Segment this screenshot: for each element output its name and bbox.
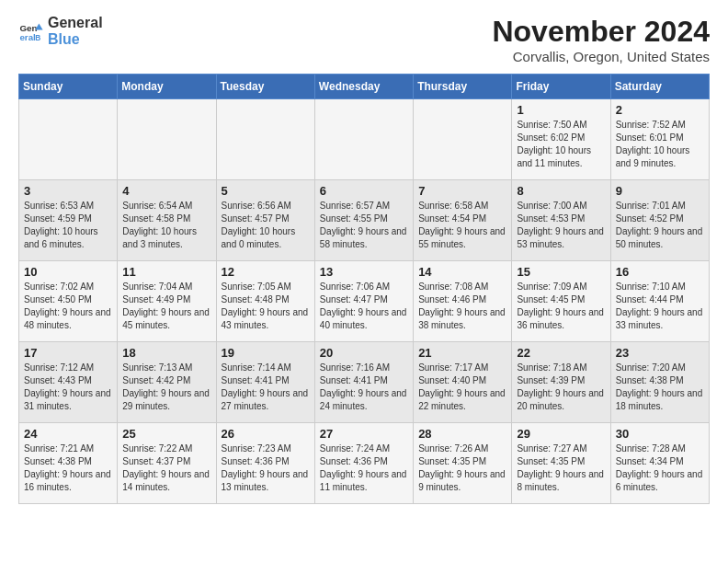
day-number: 2: [616, 103, 704, 117]
day-info: Sunrise: 7:12 AMSunset: 4:43 PMDaylight:…: [24, 362, 112, 413]
day-info: Sunrise: 7:06 AMSunset: 4:47 PMDaylight:…: [320, 281, 408, 332]
calendar-cell: 9Sunrise: 7:01 AMSunset: 4:52 PMDaylight…: [610, 180, 709, 261]
day-info: Sunrise: 6:58 AMSunset: 4:54 PMDaylight:…: [418, 200, 506, 251]
calendar-table: SundayMondayTuesdayWednesdayThursdayFrid…: [18, 74, 710, 504]
day-number: 21: [418, 346, 506, 360]
day-number: 1: [517, 103, 605, 117]
day-info: Sunrise: 6:57 AMSunset: 4:55 PMDaylight:…: [320, 200, 408, 251]
calendar-body: 1Sunrise: 7:50 AMSunset: 6:02 PMDaylight…: [19, 99, 710, 504]
day-info: Sunrise: 7:23 AMSunset: 4:36 PMDaylight:…: [222, 442, 310, 494]
calendar-cell: 22Sunrise: 7:18 AMSunset: 4:39 PMDayligh…: [512, 342, 610, 423]
calendar-cell: 17Sunrise: 7:12 AMSunset: 4:43 PMDayligh…: [19, 342, 118, 423]
calendar-cell: 4Sunrise: 6:54 AMSunset: 4:58 PMDaylight…: [118, 180, 216, 261]
day-info: Sunrise: 7:09 AMSunset: 4:45 PMDaylight:…: [517, 281, 605, 332]
weekday-header: Friday: [512, 75, 610, 99]
calendar-cell: 14Sunrise: 7:08 AMSunset: 4:46 PMDayligh…: [414, 261, 512, 342]
day-info: Sunrise: 6:53 AMSunset: 4:59 PMDaylight:…: [24, 200, 112, 251]
calendar-cell: 21Sunrise: 7:17 AMSunset: 4:40 PMDayligh…: [414, 342, 512, 423]
calendar-cell: 25Sunrise: 7:22 AMSunset: 4:37 PMDayligh…: [118, 423, 216, 504]
weekday-header: Sunday: [19, 75, 118, 99]
calendar-cell: 3Sunrise: 6:53 AMSunset: 4:59 PMDaylight…: [19, 180, 118, 261]
day-number: 14: [418, 265, 506, 279]
logo-line1: General: [48, 15, 103, 31]
calendar-cell: 5Sunrise: 6:56 AMSunset: 4:57 PMDaylight…: [216, 180, 314, 261]
day-info: Sunrise: 7:16 AMSunset: 4:41 PMDaylight:…: [320, 362, 408, 413]
day-info: Sunrise: 7:17 AMSunset: 4:40 PMDaylight:…: [418, 362, 506, 413]
day-number: 27: [320, 427, 408, 441]
day-number: 29: [517, 427, 605, 441]
day-number: 19: [222, 346, 310, 360]
day-info: Sunrise: 7:02 AMSunset: 4:50 PMDaylight:…: [24, 281, 112, 332]
day-info: Sunrise: 7:10 AMSunset: 4:44 PMDaylight:…: [616, 281, 704, 332]
calendar-cell: 24Sunrise: 7:21 AMSunset: 4:38 PMDayligh…: [19, 423, 118, 504]
svg-text:B: B: [35, 32, 40, 41]
location: Corvallis, Oregon, United States: [492, 49, 710, 64]
weekday-header: Thursday: [414, 75, 512, 99]
title-block: November 2024 Corvallis, Oregon, United …: [492, 15, 710, 64]
calendar-cell: 15Sunrise: 7:09 AMSunset: 4:45 PMDayligh…: [512, 261, 610, 342]
calendar-header: SundayMondayTuesdayWednesdayThursdayFrid…: [19, 75, 710, 99]
calendar-cell: 26Sunrise: 7:23 AMSunset: 4:36 PMDayligh…: [216, 423, 314, 504]
day-info: Sunrise: 7:05 AMSunset: 4:48 PMDaylight:…: [222, 281, 310, 332]
calendar-cell: 16Sunrise: 7:10 AMSunset: 4:44 PMDayligh…: [610, 261, 709, 342]
day-number: 10: [24, 265, 112, 279]
day-info: Sunrise: 7:22 AMSunset: 4:37 PMDaylight:…: [122, 442, 210, 494]
day-info: Sunrise: 7:21 AMSunset: 4:38 PMDaylight:…: [24, 442, 112, 494]
calendar-cell: 10Sunrise: 7:02 AMSunset: 4:50 PMDayligh…: [19, 261, 118, 342]
day-info: Sunrise: 7:00 AMSunset: 4:53 PMDaylight:…: [517, 200, 605, 251]
calendar-cell: [216, 99, 314, 180]
page-header: Gen eral B General Blue November 2024 Co…: [18, 15, 710, 64]
calendar-cell: 7Sunrise: 6:58 AMSunset: 4:54 PMDaylight…: [414, 180, 512, 261]
logo-line2: Blue: [48, 31, 103, 48]
day-number: 12: [222, 265, 310, 279]
day-number: 30: [616, 427, 704, 441]
day-info: Sunrise: 6:56 AMSunset: 4:57 PMDaylight:…: [222, 200, 310, 251]
day-number: 23: [616, 346, 704, 360]
day-info: Sunrise: 7:52 AMSunset: 6:01 PMDaylight:…: [616, 119, 704, 170]
day-number: 9: [616, 184, 704, 198]
day-number: 3: [24, 184, 112, 198]
calendar-cell: 8Sunrise: 7:00 AMSunset: 4:53 PMDaylight…: [512, 180, 610, 261]
svg-text:eral: eral: [19, 31, 36, 41]
calendar-cell: 29Sunrise: 7:27 AMSunset: 4:35 PMDayligh…: [512, 423, 610, 504]
calendar-cell: 11Sunrise: 7:04 AMSunset: 4:49 PMDayligh…: [118, 261, 216, 342]
day-number: 18: [122, 346, 210, 360]
day-number: 6: [320, 184, 408, 198]
weekday-header: Tuesday: [216, 75, 314, 99]
calendar-cell: 20Sunrise: 7:16 AMSunset: 4:41 PMDayligh…: [314, 342, 413, 423]
day-number: 15: [517, 265, 605, 279]
day-number: 4: [122, 184, 210, 198]
calendar-week-row: 1Sunrise: 7:50 AMSunset: 6:02 PMDaylight…: [19, 99, 710, 180]
day-number: 20: [320, 346, 408, 360]
day-number: 11: [122, 265, 210, 279]
calendar-cell: 30Sunrise: 7:28 AMSunset: 4:34 PMDayligh…: [610, 423, 709, 504]
day-info: Sunrise: 7:01 AMSunset: 4:52 PMDaylight:…: [616, 200, 704, 251]
calendar-cell: 6Sunrise: 6:57 AMSunset: 4:55 PMDaylight…: [314, 180, 413, 261]
calendar-cell: 28Sunrise: 7:26 AMSunset: 4:35 PMDayligh…: [414, 423, 512, 504]
weekday-header: Monday: [118, 75, 216, 99]
day-info: Sunrise: 6:54 AMSunset: 4:58 PMDaylight:…: [122, 200, 210, 251]
day-info: Sunrise: 7:13 AMSunset: 4:42 PMDaylight:…: [122, 362, 210, 413]
calendar-cell: 27Sunrise: 7:24 AMSunset: 4:36 PMDayligh…: [314, 423, 413, 504]
day-number: 24: [24, 427, 112, 441]
weekday-header: Saturday: [610, 75, 709, 99]
calendar-cell: [414, 99, 512, 180]
logo: Gen eral B General Blue: [18, 15, 103, 47]
calendar-cell: 12Sunrise: 7:05 AMSunset: 4:48 PMDayligh…: [216, 261, 314, 342]
calendar-cell: 23Sunrise: 7:20 AMSunset: 4:38 PMDayligh…: [610, 342, 709, 423]
day-info: Sunrise: 7:20 AMSunset: 4:38 PMDaylight:…: [616, 362, 704, 413]
day-info: Sunrise: 7:26 AMSunset: 4:35 PMDaylight:…: [418, 442, 506, 494]
day-number: 13: [320, 265, 408, 279]
calendar-cell: 19Sunrise: 7:14 AMSunset: 4:41 PMDayligh…: [216, 342, 314, 423]
day-number: 22: [517, 346, 605, 360]
day-info: Sunrise: 7:24 AMSunset: 4:36 PMDaylight:…: [320, 442, 408, 494]
day-info: Sunrise: 7:04 AMSunset: 4:49 PMDaylight:…: [122, 281, 210, 332]
calendar-cell: [118, 99, 216, 180]
day-info: Sunrise: 7:14 AMSunset: 4:41 PMDaylight:…: [222, 362, 310, 413]
day-number: 8: [517, 184, 605, 198]
month-title: November 2024: [492, 15, 710, 49]
day-info: Sunrise: 7:18 AMSunset: 4:39 PMDaylight:…: [517, 362, 605, 413]
calendar-week-row: 3Sunrise: 6:53 AMSunset: 4:59 PMDaylight…: [19, 180, 710, 261]
calendar-cell: 1Sunrise: 7:50 AMSunset: 6:02 PMDaylight…: [512, 99, 610, 180]
weekday-header: Wednesday: [314, 75, 413, 99]
